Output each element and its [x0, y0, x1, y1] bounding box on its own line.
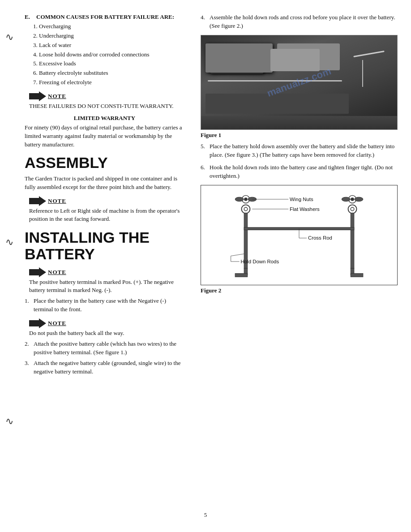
page: ∿ ∿ ∿ E. COMMON CAUSES FOR BATTERY FAILU…	[0, 0, 411, 532]
margin-mark-3: ∿	[5, 416, 13, 426]
svg-rect-21	[351, 213, 354, 268]
list-item: Overcharging	[39, 22, 184, 31]
svg-marker-2	[29, 267, 46, 277]
svg-point-16	[348, 205, 357, 213]
step-num-6: 6.	[201, 163, 208, 180]
svg-text:Hold Down Rods: Hold Down Rods	[241, 259, 279, 264]
note-text-4: Do not push the battery back all the way…	[29, 329, 124, 337]
note-label-4: NOTE	[48, 320, 66, 327]
note-text-3: The positive battery terminal is marked …	[29, 278, 184, 294]
section-e-title: E. COMMON CAUSES FOR BATTERY FAILURE ARE…	[25, 13, 184, 21]
step-text: Attach the negative battery cable (groun…	[34, 359, 184, 376]
figure1-label: Figure 1	[201, 132, 398, 139]
step-text-5: Place the battery hold down assembly ove…	[210, 142, 398, 159]
step-num-5: 5.	[201, 142, 208, 159]
note-label-3: NOTE	[48, 269, 66, 276]
assembly-heading: ASSEMBLY	[25, 154, 184, 171]
svg-point-9	[351, 197, 354, 201]
step-5: 5. Place the battery hold down assembly …	[201, 142, 398, 159]
note-arrow-icon-1	[29, 91, 46, 101]
note-arrow-row-3: NOTE	[29, 267, 66, 277]
note-arrow-icon-3	[29, 267, 46, 277]
svg-line-26	[231, 254, 244, 256]
step-4: 4. Assemble the hold down rods and cross…	[201, 13, 398, 30]
svg-point-6	[235, 197, 244, 202]
note-block-4: NOTE Do not push the battery back all th…	[29, 318, 184, 337]
assembly-section: ASSEMBLY The Garden Tractor is packed an…	[25, 154, 184, 192]
svg-text:Wing Nuts: Wing Nuts	[290, 197, 313, 202]
step-num-4: 4.	[201, 13, 208, 30]
step-text-4: Assemble the hold down rods and cross ro…	[210, 13, 398, 30]
step-num: 1.	[25, 297, 32, 314]
limited-warranty: LIMITED WARRANTY For ninety (90) days of…	[25, 115, 184, 149]
svg-rect-33	[351, 274, 363, 277]
step-item: 1. Place the battery in the battery case…	[25, 297, 184, 314]
section-e-heading: COMMON CAUSES FOR BATTERY FAILURE ARE:	[36, 13, 174, 21]
note-label-2: NOTE	[48, 197, 66, 205]
lw-text: For ninety (90) days of original retail …	[25, 124, 184, 149]
figure2-box: Wing Nuts Flat Washers	[201, 185, 398, 285]
note-block-1: NOTE THESE FAILURES DO NOT CONSTI-TUTE W…	[29, 91, 184, 110]
lw-title: LIMITED WARRANTY	[25, 115, 184, 122]
figure2-diagram: Wing Nuts Flat Washers	[206, 190, 393, 279]
figure1-box: manualzz.com	[201, 35, 398, 130]
list-item: Lack of water	[39, 41, 184, 50]
svg-point-5	[244, 197, 248, 201]
svg-marker-3	[29, 318, 46, 328]
svg-point-14	[241, 205, 250, 213]
list-item: Loose hold downs and/or corroded connect…	[39, 51, 184, 59]
list-item: Undercharging	[39, 32, 184, 40]
figure1-image: manualzz.com	[201, 35, 397, 129]
step-item: 2. Attach the positive battery cable (wh…	[25, 340, 184, 357]
note-arrow-icon-2	[29, 196, 46, 206]
margin-mark-2: ∿	[5, 237, 13, 247]
right-column: 4. Assemble the hold down rods and cross…	[193, 13, 411, 504]
steps-left-2: 2. Attach the positive battery cable (wh…	[25, 340, 184, 376]
installing-heading: INSTALLING THE BATTERY	[25, 229, 184, 263]
note-arrow-row-1: NOTE	[29, 91, 66, 101]
step-item: 3. Attach the negative battery cable (gr…	[25, 359, 184, 376]
step-num: 3.	[25, 359, 32, 376]
svg-point-10	[342, 197, 350, 202]
list-item: Excessive loads	[39, 60, 184, 68]
svg-marker-0	[29, 91, 46, 101]
note-block-2: NOTE Reference to Left or Right side of …	[29, 196, 184, 223]
note-text-1: THESE FAILURES DO NOT CONSTI-TUTE WARRAN…	[29, 102, 174, 110]
section-e-label: E.	[25, 13, 34, 21]
step-text: Attach the positive battery cable (which…	[34, 340, 184, 357]
margin-mark-1: ∿	[5, 32, 13, 42]
note-arrow-row-4: NOTE	[29, 318, 66, 328]
svg-marker-1	[29, 196, 46, 206]
note-text-2: Reference to Left or Right side of machi…	[29, 207, 184, 223]
svg-point-17	[351, 207, 354, 211]
list-item: Battery electrolyte substitutes	[39, 69, 184, 77]
note-block-3: NOTE The positive battery terminal is ma…	[29, 267, 184, 294]
assembly-text: The Garden Tractor is packed and shipped…	[25, 175, 184, 192]
list-item: Freezing of electrolyte	[39, 78, 184, 87]
note-label-1: NOTE	[48, 93, 66, 100]
left-column: E. COMMON CAUSES FOR BATTERY FAILURE ARE…	[0, 13, 193, 504]
svg-point-15	[244, 207, 248, 211]
svg-text:Cross Rod: Cross Rod	[308, 235, 332, 240]
step-text-6: Hook the hold down rods into the battery…	[210, 163, 398, 180]
section-e: E. COMMON CAUSES FOR BATTERY FAILURE ARE…	[25, 13, 184, 87]
step-6: 6. Hook the hold down rods into the batt…	[201, 163, 398, 180]
step-num: 2.	[25, 340, 32, 357]
steps-left-1: 1. Place the battery in the battery case…	[25, 297, 184, 314]
page-number: 5	[0, 511, 411, 519]
battery-failure-list: Overcharging Undercharging Lack of water…	[39, 22, 184, 87]
step-text: Place the battery in the battery case wi…	[34, 297, 184, 314]
svg-text:Flat Washers: Flat Washers	[290, 206, 320, 212]
note-arrow-row-2: NOTE	[29, 196, 66, 206]
note-arrow-icon-4	[29, 318, 46, 328]
figure2-label: Figure 2	[201, 287, 398, 294]
svg-rect-31	[235, 274, 248, 277]
svg-point-11	[355, 197, 363, 202]
